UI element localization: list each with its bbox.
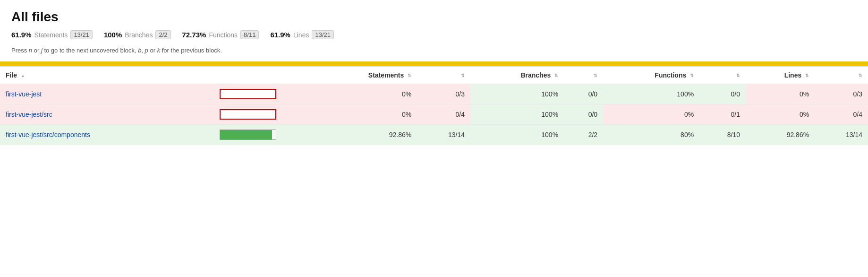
statements-pct-cell: 0% [313,104,417,125]
branches-badge: 2/2 [155,30,170,39]
table-header-row: File ▲ Statements ⇅ ⇅ Branches ⇅ ⇅ [0,67,868,84]
statements-pct-cell: 0% [313,84,417,104]
statements-frac-sort-icon: ⇅ [461,74,465,78]
file-link[interactable]: first-vue-jest/src/components [6,131,90,138]
lines-frac-cell: 0/3 [815,84,868,104]
functions-pct-cell: 0% [603,104,699,125]
branches-frac-cell: 2/2 [564,125,603,145]
functions-pct: 72.73% [182,31,206,39]
summary-lines: 61.9% Lines 13/21 [270,30,334,39]
lines-pct-cell: 0% [746,104,815,125]
summary-functions: 72.73% Functions 8/11 [182,30,259,39]
branches-sort-icon: ⇅ [554,74,558,78]
lines-frac-sort-icon: ⇅ [859,74,862,78]
functions-frac-cell: 8/10 [699,125,746,145]
summary-bar: 61.9% Statements 13/21 100% Branches 2/2… [11,30,857,39]
statements-frac-cell: 0/4 [417,104,470,125]
statements-pct-cell: 92.86% [313,125,417,145]
branches-frac-cell: 0/0 [564,104,603,125]
branches-frac-sort-icon: ⇅ [594,74,597,78]
col-statements-frac: ⇅ [417,67,470,84]
lines-sort-icon: ⇅ [805,74,809,78]
file-link[interactable]: first-vue-jest/src [6,111,52,118]
table-row: first-vue-jest/src/components92.86%13/14… [0,125,868,145]
branches-pct-cell: 100% [470,104,564,125]
file-cell: first-vue-jest/src [0,104,183,125]
branches-pct-cell: 100% [470,125,564,145]
col-file[interactable]: File ▲ [0,67,183,84]
lines-pct-cell: 0% [746,84,815,104]
coverage-bar [0,61,868,66]
hint-text: Press n or j to go to the next uncovered… [11,47,857,61]
lines-badge: 13/21 [312,30,334,39]
col-statements[interactable]: Statements ⇅ [313,67,417,84]
summary-branches: 100% Branches 2/2 [104,30,171,39]
statements-label: Statements [34,31,68,39]
file-cell: first-vue-jest/src/components [0,125,183,145]
branches-pct-cell: 100% [470,84,564,104]
functions-label: Functions [209,31,238,39]
lines-pct-cell: 92.86% [746,125,815,145]
col-functions[interactable]: Functions ⇅ [603,67,699,84]
lines-label: Lines [293,31,309,39]
functions-frac-cell: 0/1 [699,104,746,125]
functions-pct-cell: 80% [603,125,699,145]
functions-frac-cell: 0/0 [699,84,746,104]
functions-badge: 8/11 [240,30,259,39]
lines-frac-cell: 13/14 [815,125,868,145]
branches-frac-cell: 0/0 [564,84,603,104]
lines-frac-cell: 0/4 [815,104,868,125]
page-title: All files [11,9,857,25]
branches-pct: 100% [104,31,122,39]
functions-sort-icon: ⇅ [690,74,694,78]
file-link[interactable]: first-vue-jest [6,90,42,98]
table-row: first-vue-jest0%0/3100%0/0100%0/00%0/3 [0,84,868,104]
bar-cell [183,125,313,145]
branches-label: Branches [125,31,153,39]
statements-sort-icon: ⇅ [408,74,411,78]
col-lines-frac: ⇅ [815,67,868,84]
coverage-table: File ▲ Statements ⇅ ⇅ Branches ⇅ ⇅ [0,66,868,145]
col-branches-frac: ⇅ [564,67,603,84]
functions-frac-sort-icon: ⇅ [736,74,740,78]
coverage-table-wrapper: File ▲ Statements ⇅ ⇅ Branches ⇅ ⇅ [0,66,868,145]
lines-pct: 61.9% [270,31,290,39]
statements-frac-cell: 13/14 [417,125,470,145]
functions-pct-cell: 100% [603,84,699,104]
file-cell: first-vue-jest [0,84,183,104]
col-lines[interactable]: Lines ⇅ [746,67,815,84]
bar-cell [183,104,313,125]
statements-pct: 61.9% [11,31,32,39]
statements-badge: 13/21 [70,30,93,39]
summary-statements: 61.9% Statements 13/21 [11,30,93,39]
col-branches[interactable]: Branches ⇅ [470,67,564,84]
bar-cell [183,84,313,104]
col-functions-frac: ⇅ [699,67,746,84]
col-bar-spacer [183,67,313,84]
statements-frac-cell: 0/3 [417,84,470,104]
file-sort-icon: ▲ [21,74,25,78]
table-row: first-vue-jest/src0%0/4100%0/00%0/10%0/4 [0,104,868,125]
